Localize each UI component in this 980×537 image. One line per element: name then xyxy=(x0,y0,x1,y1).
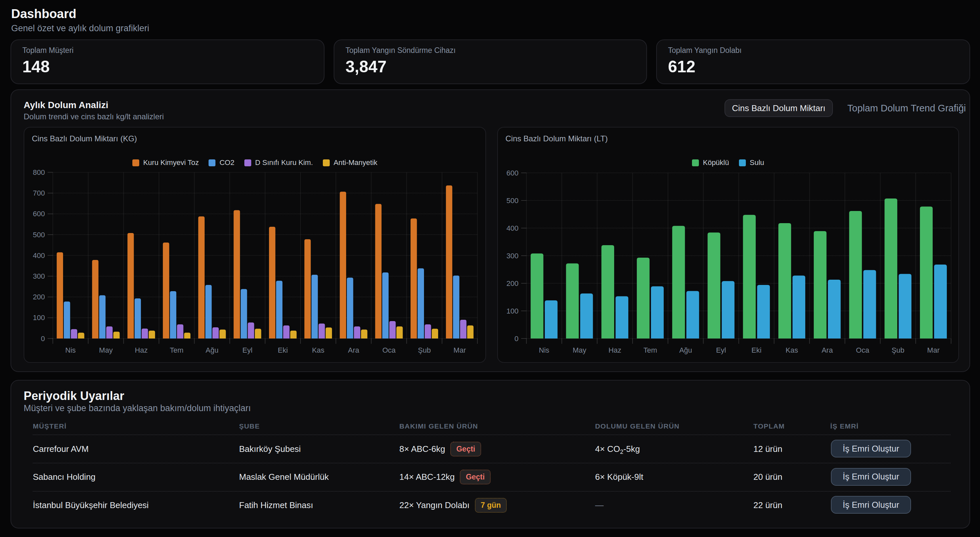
svg-text:Oca: Oca xyxy=(382,346,396,354)
svg-text:Eyl: Eyl xyxy=(716,346,726,354)
svg-text:Haz: Haz xyxy=(609,346,621,354)
svg-text:Şub: Şub xyxy=(892,346,904,354)
svg-text:Ara: Ara xyxy=(822,346,833,354)
svg-text:Kas: Kas xyxy=(312,346,325,354)
svg-text:500: 500 xyxy=(33,231,45,239)
svg-text:Nis: Nis xyxy=(539,346,549,354)
svg-text:200: 200 xyxy=(506,279,519,288)
svg-text:800: 800 xyxy=(33,168,45,177)
svg-text:700: 700 xyxy=(33,189,45,197)
svg-text:Eki: Eki xyxy=(278,346,288,354)
svg-text:Şub: Şub xyxy=(418,346,431,354)
svg-text:500: 500 xyxy=(506,196,519,205)
svg-text:400: 400 xyxy=(33,252,45,260)
svg-text:600: 600 xyxy=(506,169,519,177)
svg-text:Oca: Oca xyxy=(856,346,869,354)
svg-text:Nis: Nis xyxy=(65,346,76,354)
svg-text:Kas: Kas xyxy=(786,346,798,354)
svg-text:0: 0 xyxy=(515,335,519,343)
svg-text:0: 0 xyxy=(41,335,45,343)
svg-text:Eyl: Eyl xyxy=(242,346,253,354)
svg-text:600: 600 xyxy=(33,210,45,218)
svg-text:Eki: Eki xyxy=(751,346,762,354)
svg-text:100: 100 xyxy=(33,314,45,322)
svg-text:Tem: Tem xyxy=(170,346,184,354)
svg-text:300: 300 xyxy=(33,272,45,280)
svg-text:400: 400 xyxy=(506,224,519,233)
svg-text:Ağu: Ağu xyxy=(205,346,218,354)
svg-text:Tem: Tem xyxy=(643,346,657,354)
svg-text:Mar: Mar xyxy=(927,346,940,354)
svg-text:Mar: Mar xyxy=(453,346,466,354)
svg-text:Haz: Haz xyxy=(135,346,148,354)
svg-text:May: May xyxy=(573,346,587,354)
svg-text:May: May xyxy=(99,346,113,354)
svg-text:Ara: Ara xyxy=(348,346,359,354)
svg-text:300: 300 xyxy=(506,252,519,260)
svg-text:200: 200 xyxy=(33,293,45,301)
svg-text:100: 100 xyxy=(506,307,519,315)
svg-text:Ağu: Ağu xyxy=(679,346,692,354)
